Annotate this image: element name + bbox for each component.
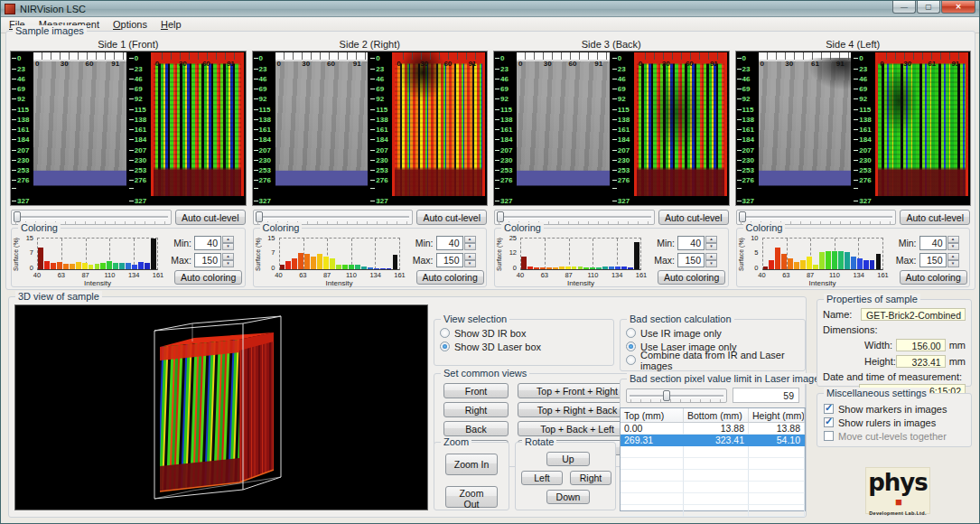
min-intensity-input[interactable]: 40 bbox=[436, 236, 463, 250]
rotate-right-button[interactable]: Right bbox=[570, 471, 611, 485]
misc-option[interactable]: Show markers in images bbox=[817, 402, 971, 416]
ruler-tick-mark bbox=[495, 89, 499, 89]
maximize-button[interactable]: ▢ bbox=[917, 1, 940, 14]
auto-coloring-button[interactable]: Auto coloring bbox=[900, 270, 967, 285]
pixel-limit-slider[interactable] bbox=[626, 388, 727, 403]
ruler-tick-mark bbox=[129, 201, 134, 201]
ir-sample-image[interactable]: 0306091 bbox=[517, 52, 610, 196]
auto-cut-level-button[interactable]: Auto cut-level bbox=[658, 210, 729, 225]
ruler-tick: 327 bbox=[854, 198, 871, 204]
max-intensity-input[interactable]: 150 bbox=[194, 253, 221, 267]
min-intensity-input[interactable]: 40 bbox=[677, 236, 705, 250]
rotate-down-button[interactable]: Down bbox=[546, 490, 590, 504]
ruler-tick-label: 0 bbox=[277, 60, 281, 68]
view-back-button[interactable]: Back bbox=[443, 421, 509, 436]
spin-up-button[interactable]: ▲ bbox=[947, 236, 959, 243]
radio-button-selected[interactable] bbox=[440, 342, 450, 351]
table-row[interactable]: 0.0013.8813.88 bbox=[621, 423, 805, 435]
laser-sample-image[interactable]: 0306191 bbox=[875, 52, 968, 196]
bad-section-option[interactable]: Use IR image only bbox=[621, 326, 805, 340]
cut-level-slider-thumb[interactable] bbox=[497, 211, 504, 222]
histogram-bar bbox=[342, 265, 348, 269]
checkbox-checked[interactable] bbox=[824, 404, 834, 414]
zoom-out-button[interactable]: Zoom Out bbox=[445, 486, 498, 508]
radio-button[interactable] bbox=[440, 328, 450, 338]
max-intensity-input[interactable]: 150 bbox=[677, 253, 705, 267]
cut-level-slider-thumb[interactable] bbox=[14, 211, 21, 222]
spin-up-button[interactable]: ▲ bbox=[222, 253, 234, 260]
radio-button[interactable] bbox=[626, 355, 636, 365]
ir-sample-image[interactable]: 0306091 bbox=[275, 52, 369, 196]
radio-button-selected[interactable] bbox=[626, 342, 636, 351]
cut-level-slider-thumb[interactable] bbox=[256, 211, 263, 222]
view-selection-option[interactable]: Show 3D IR box bbox=[434, 326, 613, 340]
laser-sample-image[interactable]: 0306091 bbox=[392, 52, 485, 196]
spin-up-button[interactable]: ▲ bbox=[464, 253, 476, 260]
pixel-limit-value[interactable]: 59 bbox=[733, 388, 799, 403]
ruler-tick: 327 bbox=[737, 198, 754, 204]
laser-sample-image[interactable]: 0306091 bbox=[151, 52, 244, 196]
menu-item-help[interactable]: Help bbox=[154, 17, 189, 32]
ruler-tick-label: 0 bbox=[761, 60, 764, 68]
3d-viewport[interactable] bbox=[14, 304, 428, 510]
spin-down-button[interactable]: ▼ bbox=[947, 260, 959, 267]
histogram-bar bbox=[572, 267, 577, 269]
spin-down-button[interactable]: ▼ bbox=[947, 243, 959, 250]
rotate-up-button[interactable]: Up bbox=[546, 452, 590, 466]
radio-button[interactable] bbox=[626, 328, 636, 338]
view-selection-option[interactable]: Show 3D Laser box bbox=[434, 340, 613, 353]
min-intensity-input[interactable]: 40 bbox=[194, 236, 221, 250]
ir-sample-image[interactable]: 0306091 bbox=[33, 52, 126, 196]
min-intensity-input[interactable]: 40 bbox=[919, 236, 947, 250]
ruler-tick: 0 bbox=[737, 55, 746, 61]
auto-coloring-button[interactable]: Auto coloring bbox=[416, 270, 484, 285]
rotate-left-button[interactable]: Left bbox=[521, 471, 563, 485]
checkbox[interactable] bbox=[824, 431, 834, 441]
cut-level-slider-thumb[interactable] bbox=[739, 211, 746, 222]
ruler-tick-mark bbox=[612, 69, 617, 70]
close-button[interactable]: ✕ bbox=[941, 1, 975, 14]
ruler-tick: 253 bbox=[495, 167, 512, 173]
zoom-in-button[interactable]: Zoom In bbox=[445, 454, 498, 475]
misc-option[interactable]: Show rulers in images bbox=[817, 416, 971, 429]
auto-coloring-button[interactable]: Auto coloring bbox=[174, 270, 242, 285]
spin-up-button[interactable]: ▲ bbox=[947, 253, 959, 260]
pixel-limit-label: Bad section pixel value limit in Laser i… bbox=[627, 373, 827, 384]
ruler-tick: 230 bbox=[12, 157, 29, 164]
pixel-limit-slider-thumb[interactable] bbox=[663, 390, 670, 401]
checkbox-checked[interactable] bbox=[824, 417, 834, 427]
ruler-tick-label: 69 bbox=[500, 86, 509, 92]
spin-up-button[interactable]: ▲ bbox=[222, 236, 234, 243]
ir-sample-image[interactable]: 0306191 bbox=[759, 52, 852, 196]
spin-up-button[interactable]: ▲ bbox=[464, 236, 476, 243]
table-row[interactable]: 269.31323.4154.10 bbox=[621, 435, 805, 446]
spin-up-button[interactable]: ▲ bbox=[705, 253, 717, 260]
spin-down-button[interactable]: ▼ bbox=[705, 260, 717, 267]
view-right-button[interactable]: Right bbox=[443, 402, 509, 417]
menu-item-options[interactable]: Options bbox=[107, 17, 154, 32]
spin-down-button[interactable]: ▼ bbox=[464, 260, 476, 267]
ruler-tick: 161 bbox=[854, 126, 871, 133]
auto-cut-level-button[interactable]: Auto cut-level bbox=[416, 210, 487, 225]
sample-panel: Side 2 (Right)02346699211513816118420723… bbox=[252, 39, 489, 287]
ruler-tick: 115 bbox=[495, 107, 512, 113]
spin-down-button[interactable]: ▼ bbox=[222, 260, 234, 267]
ruler-tick: 115 bbox=[737, 107, 754, 113]
max-intensity-input[interactable]: 150 bbox=[436, 253, 463, 267]
spin-up-button[interactable]: ▲ bbox=[705, 236, 717, 243]
spin-down-button[interactable]: ▼ bbox=[222, 243, 234, 250]
auto-cut-level-button[interactable]: Auto cut-level bbox=[175, 210, 246, 225]
spin-down-button[interactable]: ▼ bbox=[464, 243, 476, 250]
bad-section-option[interactable]: Combine data from IR and Laser images bbox=[621, 353, 805, 367]
max-intensity-input[interactable]: 150 bbox=[919, 253, 947, 267]
minimize-button[interactable]: — bbox=[892, 1, 916, 14]
spin-down-button[interactable]: ▼ bbox=[705, 243, 717, 250]
view-front-button[interactable]: Front bbox=[443, 383, 509, 398]
ruler-tick-label: 184 bbox=[859, 136, 871, 143]
auto-cut-level-button[interactable]: Auto cut-level bbox=[900, 210, 970, 225]
histogram-bar bbox=[832, 251, 837, 269]
laser-sample-image[interactable]: 0306091 bbox=[634, 52, 727, 196]
misc-option[interactable]: Move cut-levels together bbox=[817, 429, 971, 443]
ruler-tick: 69 bbox=[612, 86, 626, 92]
auto-coloring-button[interactable]: Auto coloring bbox=[658, 270, 725, 285]
